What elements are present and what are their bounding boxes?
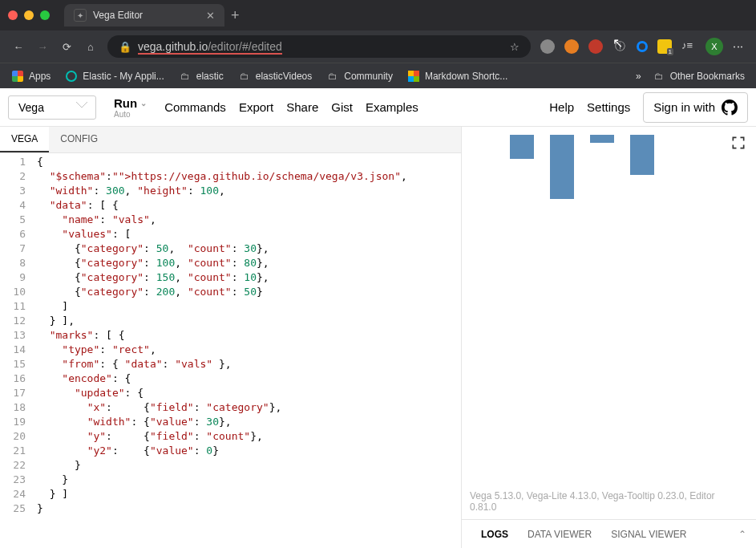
- apps-label: Apps: [29, 71, 51, 82]
- extension-adblock-icon[interactable]: [588, 39, 603, 54]
- commands-menu[interactable]: Commands: [164, 100, 226, 114]
- github-icon: [722, 99, 738, 116]
- close-window[interactable]: [8, 10, 18, 20]
- reload-button[interactable]: ⟳: [59, 41, 74, 53]
- bookmarks-overflow[interactable]: »: [636, 71, 641, 82]
- chart-canvas: [470, 135, 710, 215]
- folder-icon: 🗀: [238, 70, 251, 83]
- extension-orange-icon[interactable]: [564, 39, 579, 54]
- language-select[interactable]: Vega: [8, 95, 96, 120]
- folder-icon: 🗀: [326, 70, 339, 83]
- tab-favicon: ✦: [74, 9, 87, 22]
- left-pane: VEGA CONFIG 1234567891011121314151617181…: [0, 127, 462, 548]
- svg-rect-1: [550, 135, 574, 199]
- address-bar[interactable]: 🔒 vega.github.io/editor/#/edited ☆: [107, 35, 531, 58]
- bookmark-label: elasticVideos: [256, 71, 313, 82]
- folder-icon: 🗀: [179, 70, 192, 83]
- new-tab-button[interactable]: +: [231, 7, 240, 24]
- help-menu[interactable]: Help: [549, 100, 574, 114]
- extension-icons: ⓘ ♪≡ X ⋮: [540, 38, 745, 55]
- apps-bookmark[interactable]: Apps: [11, 70, 51, 83]
- minimize-window[interactable]: [24, 10, 34, 20]
- bookmark-label: elastic: [196, 71, 224, 82]
- line-gutter: 1234567891011121314151617181920212223242…: [0, 153, 34, 548]
- media-control-icon[interactable]: ♪≡: [681, 39, 696, 54]
- tab-logs[interactable]: LOGS: [471, 529, 518, 540]
- tab-title: Vega Editor: [93, 10, 200, 21]
- svg-rect-0: [510, 135, 534, 159]
- elastic-folder[interactable]: 🗀elastic: [179, 70, 224, 83]
- editor-tabs: VEGA CONFIG: [0, 127, 461, 153]
- run-label: Run: [114, 96, 137, 110]
- window-controls[interactable]: [8, 10, 50, 20]
- bookmark-label: Other Bookmarks: [670, 71, 745, 82]
- extension-translate-icon[interactable]: [657, 39, 672, 54]
- close-tab-icon[interactable]: ✕: [206, 10, 215, 22]
- elastic-app-bookmark[interactable]: Elastic - My Appli...: [65, 70, 164, 83]
- export-menu[interactable]: Export: [239, 100, 273, 114]
- profile-avatar[interactable]: X: [705, 38, 723, 55]
- right-pane: Vega 5.13.0, Vega-Lite 4.13.0, Vega-Tool…: [462, 127, 756, 548]
- debug-tabs: LOGS DATA VIEWER SIGNAL VIEWER ⌃: [462, 519, 756, 548]
- tab-vega[interactable]: VEGA: [0, 127, 49, 152]
- tab-config[interactable]: CONFIG: [49, 127, 109, 152]
- markdown-bookmark[interactable]: Markdown Shortc...: [407, 70, 507, 83]
- extension-grey-icon[interactable]: [540, 39, 555, 54]
- bookmark-label: Markdown Shortc...: [425, 71, 507, 82]
- bookmark-label: Community: [344, 71, 393, 82]
- folder-icon: 🗀: [653, 70, 665, 83]
- svg-rect-3: [630, 135, 654, 175]
- maximize-window[interactable]: [40, 10, 50, 20]
- version-text: Vega 5.13.0, Vega-Lite 4.13.0, Vega-Tool…: [470, 490, 726, 513]
- tab-bar: ✦ Vega Editor ✕ +: [0, 0, 756, 30]
- chevron-down-icon: ⌄: [140, 99, 147, 108]
- visualization-area: Vega 5.13.0, Vega-Lite 4.13.0, Vega-Tool…: [462, 127, 756, 519]
- url-text: vega.github.io/editor/#/edited: [138, 40, 503, 53]
- elastic-videos-folder[interactable]: 🗀elasticVideos: [238, 70, 313, 83]
- code-editor[interactable]: 1234567891011121314151617181920212223242…: [0, 153, 461, 548]
- editor-area: VEGA CONFIG 1234567891011121314151617181…: [0, 127, 756, 548]
- gist-menu[interactable]: Gist: [331, 100, 353, 114]
- tab-signal-viewer[interactable]: SIGNAL VIEWER: [601, 529, 696, 540]
- extension-blue-icon[interactable]: [637, 41, 648, 52]
- other-bookmarks-folder[interactable]: 🗀Other Bookmarks: [653, 70, 745, 83]
- browser-tab[interactable]: ✦ Vega Editor ✕: [64, 4, 224, 26]
- run-button[interactable]: Run⌄ Auto: [109, 96, 152, 119]
- editor-toolbar: Vega Run⌄ Auto Commands Export Share Gis…: [0, 88, 756, 127]
- signin-button[interactable]: Sign in with: [643, 92, 748, 123]
- browser-chrome: ✦ Vega Editor ✕ + ← → ⟳ ⌂ 🔒 vega.github.…: [0, 0, 756, 88]
- signin-label: Sign in with: [653, 100, 715, 114]
- examples-menu[interactable]: Examples: [366, 100, 418, 114]
- fullscreen-icon[interactable]: [730, 135, 746, 151]
- community-folder[interactable]: 🗀Community: [326, 70, 393, 83]
- home-button[interactable]: ⌂: [83, 41, 98, 53]
- bookmark-label: Elastic - My Appli...: [83, 71, 164, 82]
- back-button[interactable]: ←: [11, 41, 26, 53]
- browser-menu-icon[interactable]: ⋮: [733, 42, 745, 52]
- bookmark-star-icon[interactable]: ☆: [510, 41, 519, 53]
- mouse-cursor: ↖: [612, 35, 623, 51]
- lock-icon: 🔒: [119, 41, 131, 53]
- run-mode-label: Auto: [114, 110, 147, 119]
- code-lines[interactable]: { "$schema":"">https://vega.github.io/sc…: [34, 153, 461, 548]
- expand-panel-icon[interactable]: ⌃: [738, 529, 746, 540]
- share-menu[interactable]: Share: [286, 100, 318, 114]
- bookmarks-bar: Apps Elastic - My Appli... 🗀elastic 🗀ela…: [0, 63, 756, 88]
- forward-button[interactable]: →: [35, 41, 50, 53]
- tab-data-viewer[interactable]: DATA VIEWER: [518, 529, 601, 540]
- svg-rect-2: [590, 135, 614, 143]
- nav-bar: ← → ⟳ ⌂ 🔒 vega.github.io/editor/#/edited…: [0, 30, 756, 63]
- settings-menu[interactable]: Settings: [587, 100, 630, 114]
